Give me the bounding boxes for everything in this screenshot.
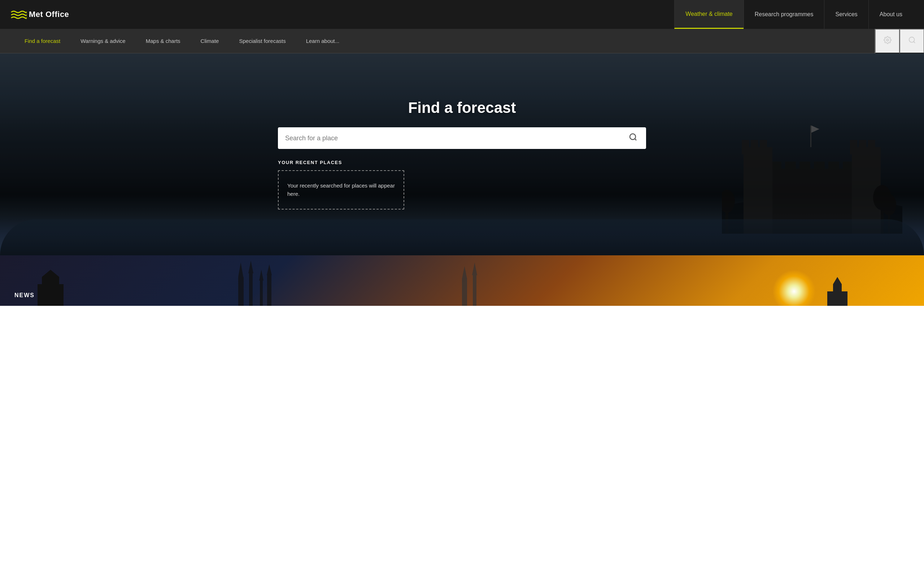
top-nav-link-weather-climate[interactable]: Weather & climate (674, 0, 743, 29)
svg-marker-32 (248, 261, 254, 273)
secondary-nav-link-warnings-advice[interactable]: Warnings & advice (70, 29, 136, 53)
secondary-nav-link-climate[interactable]: Climate (191, 29, 229, 53)
top-nav-link-about-us[interactable]: About us (868, 0, 913, 29)
recent-places-label: YOUR RECENT PLACES (278, 160, 646, 165)
logo-area[interactable]: Met Office (11, 9, 69, 20)
svg-rect-35 (267, 275, 271, 306)
top-nav-link-services[interactable]: Services (824, 0, 868, 29)
svg-marker-40 (472, 263, 477, 275)
svg-marker-30 (238, 263, 243, 277)
search-submit-button[interactable] (627, 131, 639, 145)
search-input[interactable] (285, 134, 627, 142)
svg-marker-36 (267, 264, 272, 275)
svg-point-1 (909, 37, 914, 43)
top-nav: Met Office Weather & climate Research pr… (0, 0, 924, 29)
top-nav-link-research-programmes[interactable]: Research programmes (743, 0, 824, 29)
logo-text: Met Office (29, 10, 69, 19)
settings-button[interactable] (875, 29, 900, 53)
recent-places-empty-message: Your recently searched for places will a… (287, 182, 395, 198)
search-bar (278, 127, 646, 149)
svg-marker-34 (259, 270, 263, 280)
top-nav-links: Weather & climate Research programmes Se… (674, 0, 913, 29)
hero-content: Find a forecast YOUR RECENT PLACES Your … (263, 99, 661, 210)
svg-rect-37 (462, 279, 467, 306)
search-button[interactable] (900, 29, 924, 53)
secondary-nav-link-maps-charts[interactable]: Maps & charts (136, 29, 191, 53)
svg-rect-29 (238, 277, 244, 306)
secondary-nav-link-learn-about[interactable]: Learn about... (296, 29, 350, 53)
search-icon (908, 36, 916, 46)
secondary-nav-icons (874, 29, 924, 53)
recent-places-section: YOUR RECENT PLACES Your recently searche… (278, 160, 646, 210)
svg-rect-31 (249, 273, 253, 306)
met-office-logo-icon (11, 9, 25, 20)
news-skyline-svg (0, 255, 924, 306)
hero-section: Find a forecast YOUR RECENT PLACES Your … (0, 53, 924, 255)
secondary-nav-link-find-forecast[interactable]: Find a forecast (15, 29, 70, 53)
search-submit-icon (629, 134, 637, 143)
news-label: NEWS (15, 292, 35, 298)
svg-rect-33 (260, 280, 263, 306)
secondary-nav-link-specialist-forecasts[interactable]: Specialist forecasts (229, 29, 296, 53)
recent-places-box: Your recently searched for places will a… (278, 170, 404, 210)
svg-marker-38 (462, 266, 467, 279)
svg-point-28 (630, 134, 636, 140)
secondary-nav-links: Find a forecast Warnings & advice Maps &… (15, 29, 874, 53)
news-section: NEWS (0, 255, 924, 306)
gear-icon (884, 36, 892, 46)
secondary-nav: Find a forecast Warnings & advice Maps &… (0, 29, 924, 53)
svg-point-0 (887, 39, 888, 41)
svg-rect-39 (473, 275, 477, 306)
hero-title: Find a forecast (274, 99, 650, 116)
